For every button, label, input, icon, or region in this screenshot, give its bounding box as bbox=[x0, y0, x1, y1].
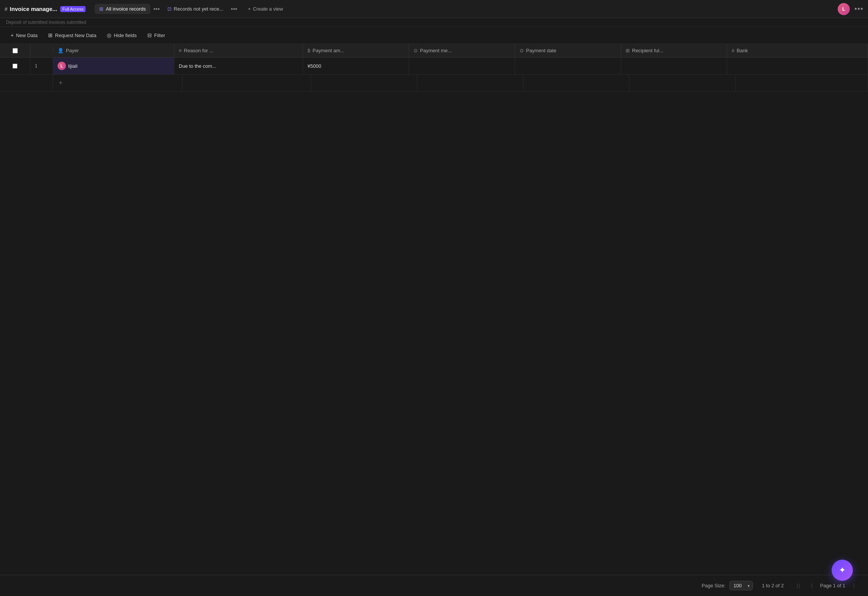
tab-not-received[interactable]: ⊡ Records not yet rece... bbox=[163, 4, 228, 14]
reason-value: Due to the com... bbox=[179, 63, 216, 69]
row-checkbox[interactable] bbox=[12, 64, 17, 69]
row-payer-cell[interactable]: L lijiali bbox=[53, 58, 174, 74]
filter-button[interactable]: ⊟ Filter bbox=[143, 30, 170, 41]
method-header-label: Payment me... bbox=[420, 48, 452, 53]
add-num-cell bbox=[30, 75, 53, 91]
reason-header-icon: ≡ bbox=[179, 48, 182, 53]
next-page-button[interactable]: ⟩ bbox=[848, 580, 859, 591]
page-info: Page 1 of 1 bbox=[820, 583, 846, 588]
table-icon: ⊞ bbox=[99, 6, 103, 12]
eye-icon: ◎ bbox=[107, 32, 111, 38]
add-reason-cell bbox=[183, 75, 311, 91]
page-size-wrapper: 100 50 25 bbox=[729, 581, 753, 590]
filter-icon: ⊟ bbox=[147, 32, 152, 38]
hide-fields-label: Hide fields bbox=[114, 33, 137, 38]
add-recipient-cell bbox=[629, 75, 735, 91]
bank-header-label: Bank bbox=[737, 48, 748, 53]
header-bank[interactable]: # Bank bbox=[727, 44, 868, 57]
new-data-button[interactable]: + New Data bbox=[6, 30, 42, 41]
page-size-group: Page Size: 100 50 25 bbox=[702, 581, 753, 590]
avatar[interactable]: L bbox=[838, 3, 850, 15]
hide-fields-button[interactable]: ◎ Hide fields bbox=[102, 30, 141, 41]
create-view-icon: + bbox=[248, 6, 251, 12]
row-recipient-cell[interactable] bbox=[621, 58, 727, 74]
ai-fab-icon: ✦ bbox=[839, 565, 846, 575]
subtitle-text: Deposit of submitted invoices submitted bbox=[6, 20, 86, 25]
request-new-data-label: Request New Data bbox=[55, 33, 96, 38]
title-text: Invoice manage... bbox=[10, 6, 57, 12]
table-area: 👤 Payer ≡ Reason for ... $ Payment am...… bbox=[0, 44, 868, 575]
amount-value: ¥5000 bbox=[308, 63, 321, 69]
hash-icon: # bbox=[5, 6, 8, 12]
table-header: 👤 Payer ≡ Reason for ... $ Payment am...… bbox=[0, 44, 868, 58]
request-new-data-button[interactable]: ⊞ Request New Data bbox=[44, 30, 101, 41]
tab-all-records[interactable]: ⊞ All invoice records bbox=[95, 4, 150, 14]
add-cell bbox=[0, 79, 30, 87]
plus-icon: + bbox=[11, 32, 14, 38]
create-view-button[interactable]: + Create a view bbox=[243, 4, 287, 14]
date-header-label: Payment date bbox=[526, 48, 556, 53]
row-amount-cell[interactable]: ¥5000 bbox=[303, 58, 409, 74]
first-page-button[interactable]: ⟨⟨ bbox=[793, 580, 804, 591]
tab-not-received-label: Records not yet rece... bbox=[174, 6, 223, 12]
table: 👤 Payer ≡ Reason for ... $ Payment am...… bbox=[0, 44, 868, 92]
tab-all-records-label: All invoice records bbox=[106, 6, 146, 12]
add-method-cell bbox=[417, 75, 523, 91]
bank-header-icon: # bbox=[732, 48, 734, 53]
add-date-cell bbox=[523, 75, 629, 91]
amount-header-label: Payment am... bbox=[312, 48, 344, 53]
row-method-cell[interactable] bbox=[409, 58, 515, 74]
add-amount-cell bbox=[311, 75, 417, 91]
main-content: Deposit of submitted invoices submitted … bbox=[0, 18, 868, 596]
grid-icon: ⊡ bbox=[167, 6, 172, 12]
header-method[interactable]: ⊙ Payment me... bbox=[409, 44, 515, 57]
payer-header-label: Payer bbox=[66, 48, 79, 53]
row-reason-cell[interactable]: Due to the com... bbox=[174, 58, 303, 74]
row-num-cell: 1 bbox=[30, 58, 53, 74]
date-header-icon: ⊙ bbox=[520, 48, 524, 53]
method-header-icon: ⊙ bbox=[414, 48, 418, 53]
toolbar: + New Data ⊞ Request New Data ◎ Hide fie… bbox=[0, 27, 868, 44]
tab-all-more[interactable]: ••• bbox=[152, 4, 161, 14]
payer-header-icon: 👤 bbox=[58, 48, 64, 53]
header-amount[interactable]: $ Payment am... bbox=[303, 44, 409, 57]
header-recipient[interactable]: ⊞ Recipient ful... bbox=[621, 44, 727, 57]
select-all-checkbox[interactable] bbox=[12, 48, 18, 53]
table-row: 1 L lijiali Due to the com... ¥5000 bbox=[0, 58, 868, 75]
pagination: ⟨⟨ ⟨ Page 1 of 1 ⟩ bbox=[793, 580, 859, 591]
ai-fab-button[interactable]: ✦ bbox=[832, 560, 853, 581]
top-bar-right: L ••• bbox=[838, 3, 863, 15]
new-data-label: New Data bbox=[16, 33, 37, 38]
request-icon: ⊞ bbox=[48, 32, 53, 38]
footer: Page Size: 100 50 25 1 to 2 of 2 ⟨⟨ ⟨ Pa… bbox=[0, 575, 868, 596]
row-date-cell[interactable] bbox=[515, 58, 621, 74]
top-bar: # Invoice manage... Full Access ⊞ All in… bbox=[0, 0, 868, 18]
row-num: 1 bbox=[35, 63, 37, 69]
payer-avatar: L bbox=[58, 62, 66, 70]
page-title: # Invoice manage... bbox=[5, 6, 57, 12]
amount-header-icon: $ bbox=[308, 48, 310, 53]
more-options-icon[interactable]: ••• bbox=[854, 5, 863, 13]
prev-page-button[interactable]: ⟨ bbox=[807, 580, 817, 591]
full-access-badge: Full Access bbox=[60, 6, 86, 12]
recipient-header-icon: ⊞ bbox=[626, 48, 630, 53]
header-date[interactable]: ⊙ Payment date bbox=[515, 44, 621, 57]
tab-group: ⊞ All invoice records ••• ⊡ Records not … bbox=[95, 4, 287, 14]
header-payer[interactable]: 👤 Payer bbox=[53, 44, 174, 57]
recipient-header-label: Recipient ful... bbox=[632, 48, 663, 53]
subtitle: Deposit of submitted invoices submitted bbox=[0, 18, 868, 27]
row-bank-cell[interactable] bbox=[727, 58, 868, 74]
page-size-select[interactable]: 100 50 25 bbox=[729, 581, 753, 590]
filter-label: Filter bbox=[154, 33, 165, 38]
create-view-label: Create a view bbox=[253, 6, 283, 12]
add-row-button[interactable]: + bbox=[56, 78, 65, 87]
add-row-main: + bbox=[53, 75, 183, 91]
payer-name: lijiali bbox=[68, 63, 78, 69]
page-size-label: Page Size: bbox=[702, 583, 726, 588]
header-num-cell bbox=[30, 47, 53, 55]
add-row: + bbox=[0, 75, 868, 92]
row-checkbox-cell bbox=[0, 58, 30, 74]
record-count: 1 to 2 of 2 bbox=[762, 583, 784, 588]
tab-not-received-more[interactable]: ••• bbox=[229, 4, 239, 14]
header-reason[interactable]: ≡ Reason for ... bbox=[174, 44, 303, 57]
